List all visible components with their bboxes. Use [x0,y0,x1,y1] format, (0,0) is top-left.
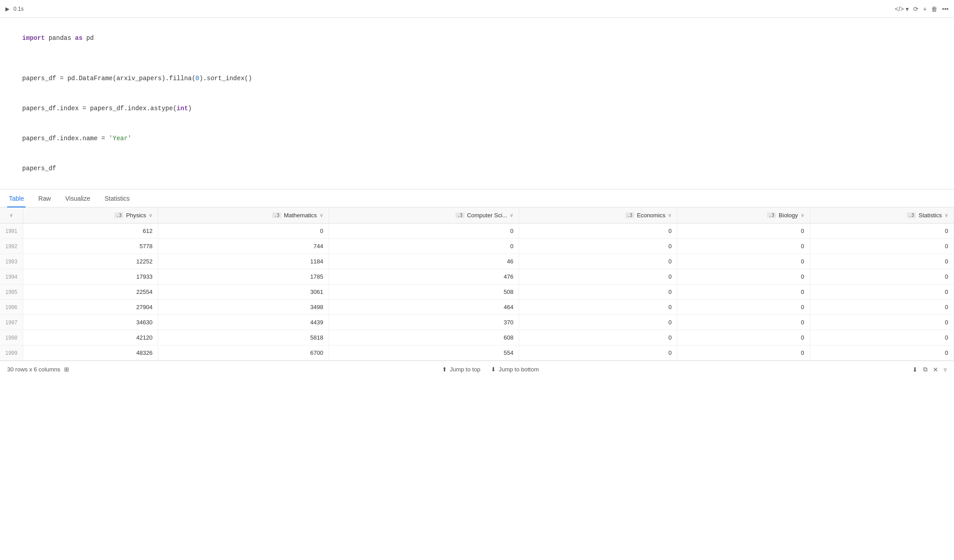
sort-icon-physics[interactable]: ∨ [149,212,152,218]
cell-statistics: 0 [810,269,954,284]
cell-physics: 5778 [23,239,158,254]
col-label-biology: Biology [779,212,798,219]
jump-to-bottom-button[interactable]: ⬇ Jump to bottom [491,366,539,373]
cell-cs: 46 [329,254,519,269]
cell-mathematics: 1184 [158,254,329,269]
clear-button[interactable]: ✕ [933,366,938,373]
footer-left: 30 rows x 6 columns ⊞ [7,366,69,373]
cell-biology: 0 [677,284,810,300]
code-line-4: papers_df.index.name = 'Year' [7,124,947,154]
sort-icon-economics[interactable]: ∨ [668,212,672,218]
col-label-physics: Physics [126,212,146,219]
table-header-row: ∨ .3 Physics ∨ .3 Mathematics [0,207,954,224]
delete-icon[interactable]: 🗑 [931,5,937,13]
cell-mathematics: 3061 [158,284,329,300]
run-button[interactable]: ▶ 0.1s [5,6,24,12]
cell-year: 1996 [0,300,23,315]
cell-statistics: 0 [810,239,954,254]
cell-cs: 370 [329,315,519,330]
cell-physics: 17933 [23,269,158,284]
cell-biology: 0 [677,345,810,361]
data-table-container: ∨ .3 Physics ∨ .3 Mathematics [0,207,954,361]
tab-raw[interactable]: Raw [36,190,52,207]
cell-cs: 508 [329,284,519,300]
col-header-index[interactable]: ∨ [0,207,23,224]
cell-physics: 48326 [23,345,158,361]
cell-toolbar: ▶ 0.1s </> ▾ ⟳ + 🗑 ••• [0,0,954,18]
col-label-economics: Economics [637,212,666,219]
filter-button[interactable]: ▿ [944,366,947,373]
tab-visualize[interactable]: Visualize [63,190,92,207]
play-icon: ▶ [5,6,12,12]
jump-down-icon: ⬇ [491,366,496,373]
cell-statistics: 0 [810,300,954,315]
tab-statistics[interactable]: Statistics [103,190,131,207]
footer-right: ⬇ ⧉ ✕ ▿ [912,366,947,373]
cell-statistics: 0 [810,224,954,239]
sort-icon-cs[interactable]: ∨ [510,212,513,218]
copy-button[interactable]: ⧉ [923,366,928,373]
col-header-biology[interactable]: .3 Biology ∨ [677,207,810,224]
download-button[interactable]: ⬇ [912,366,918,373]
col-header-statistics[interactable]: .3 Statistics ∨ [810,207,954,224]
table-body: 1991 612 0 0 0 0 0 1992 5778 744 0 0 0 0… [0,224,954,361]
col-label-mathematics: Mathematics [284,212,317,219]
cell-year: 1992 [0,239,23,254]
cell-statistics: 0 [810,284,954,300]
sort-icon-mathematics[interactable]: ∨ [320,212,323,218]
cell-year: 1993 [0,254,23,269]
cell-biology: 0 [677,315,810,330]
jump-bottom-label: Jump to bottom [499,366,539,373]
add-icon[interactable]: + [923,5,927,13]
expand-icon[interactable]: ∨ [9,212,13,218]
col-header-economics[interactable]: .3 Economics ∨ [519,207,677,224]
output-area: Table Raw Visualize Statistics ∨ .3 Phys… [0,190,954,378]
jump-top-label: Jump to top [450,366,480,373]
code-line-5: papers_df [7,154,947,184]
cell-physics: 12252 [23,254,158,269]
cell-cs: 0 [329,224,519,239]
type-badge-mathematics: .3 [272,212,281,218]
cell-cs: 554 [329,345,519,361]
cell-biology: 0 [677,254,810,269]
footer-center: ⬆ Jump to top ⬇ Jump to bottom [442,366,539,373]
col-label-statistics: Statistics [919,212,942,219]
table-row: 1995 22554 3061 508 0 0 0 [0,284,954,300]
cell-year: 1995 [0,284,23,300]
type-badge-biology: .3 [767,212,776,218]
jump-to-top-button[interactable]: ⬆ Jump to top [442,366,480,373]
table-row: 1991 612 0 0 0 0 0 [0,224,954,239]
cell-economics: 0 [519,300,677,315]
spiral-icon[interactable]: ⟳ [913,5,919,13]
cell-biology: 0 [677,330,810,345]
sort-icon-statistics[interactable]: ∨ [945,212,948,218]
table-row: 1998 42120 5818 608 0 0 0 [0,330,954,345]
code-line-2: papers_df = pd.DataFrame(arxiv_papers).f… [7,64,947,94]
more-icon[interactable]: ••• [942,5,949,13]
cell-biology: 0 [677,300,810,315]
toolbar-right: </> ▾ ⟳ + 🗑 ••• [895,5,949,13]
jump-up-icon: ⬆ [442,366,447,373]
cell-physics: 34630 [23,315,158,330]
type-badge-economics: .3 [625,212,634,218]
col-header-mathematics[interactable]: .3 Mathematics ∨ [158,207,329,224]
cell-biology: 0 [677,239,810,254]
tab-table[interactable]: Table [7,190,26,207]
cell-statistics: 0 [810,345,954,361]
table-row: 1994 17933 1785 476 0 0 0 [0,269,954,284]
code-editor[interactable]: import pandas as pd papers_df = pd.DataF… [0,18,954,190]
code-line-3: papers_df.index = papers_df.index.astype… [7,94,947,124]
cell-cs: 464 [329,300,519,315]
col-header-computer-sci[interactable]: .3 Computer Sci... ∨ [329,207,519,224]
cell-economics: 0 [519,315,677,330]
cell-biology: 0 [677,224,810,239]
cell-economics: 0 [519,224,677,239]
cell-economics: 0 [519,254,677,269]
col-header-physics[interactable]: .3 Physics ∨ [23,207,158,224]
cell-statistics: 0 [810,315,954,330]
run-time: 0.1s [13,6,24,12]
sort-icon-biology[interactable]: ∨ [801,212,804,218]
cell-physics: 612 [23,224,158,239]
code-icon[interactable]: </> ▾ [895,5,909,13]
type-badge-cs: .3 [455,212,464,218]
